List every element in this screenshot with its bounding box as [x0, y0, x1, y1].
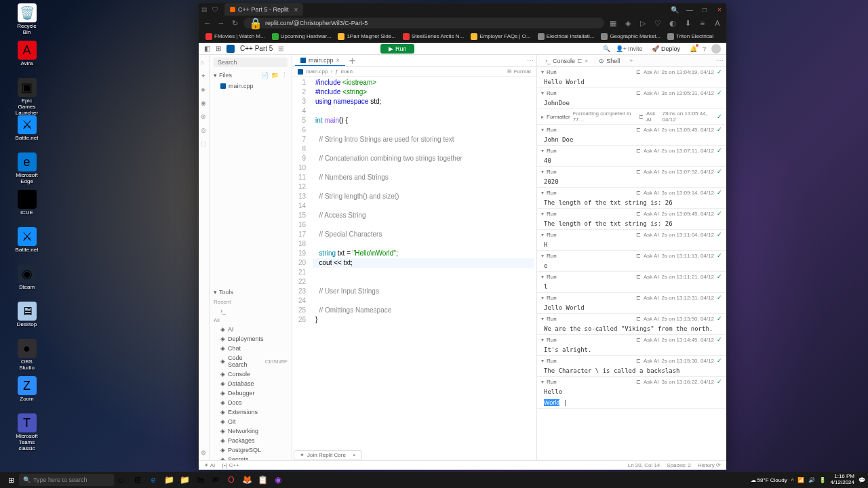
- ext-icon[interactable]: A: [713, 18, 722, 28]
- run-button[interactable]: ▶ Run: [380, 44, 415, 54]
- new-tab-button[interactable]: +: [625, 56, 637, 66]
- home-icon[interactable]: ⌂: [201, 59, 208, 66]
- store-icon[interactable]: 🛍: [193, 473, 208, 487]
- help-icon[interactable]: ?: [703, 45, 706, 52]
- ask-ai-button[interactable]: Ask AI: [644, 169, 659, 175]
- tool-item[interactable]: ◈Deployments: [210, 334, 292, 344]
- settings-icon[interactable]: ⚙: [201, 449, 208, 456]
- ask-ai-button[interactable]: Ask AI: [644, 274, 659, 280]
- chevron-down-icon[interactable]: ▾: [541, 90, 544, 96]
- console-tab[interactable]: ›_ Console ⊏ ×: [540, 56, 593, 66]
- breadcrumb[interactable]: main.cpp: [306, 68, 328, 75]
- expand-icon[interactable]: ⊏: [636, 69, 641, 75]
- menu-icon[interactable]: ≡: [698, 18, 707, 28]
- desktop-icon[interactable]: ◉Steam: [15, 264, 39, 300]
- close-tab-icon[interactable]: ×: [336, 57, 340, 64]
- lang-button[interactable]: {•} C++: [222, 462, 239, 468]
- panel-icon[interactable]: ⊞: [216, 45, 221, 52]
- close-icon[interactable]: ×: [715, 5, 724, 14]
- chevron-down-icon[interactable]: ▾: [541, 127, 544, 133]
- ask-ai-button[interactable]: Ask AI: [644, 253, 659, 259]
- more-icon[interactable]: ⋮: [281, 72, 288, 79]
- expand-icon[interactable]: ⊏: [636, 295, 641, 301]
- mail-icon[interactable]: ✉: [208, 473, 223, 487]
- tool-icon[interactable]: ⊕: [201, 113, 208, 120]
- bookmark-item[interactable]: Upcoming Hardwar...: [269, 32, 334, 41]
- expand-icon[interactable]: ⊏: [639, 114, 644, 120]
- clock-date[interactable]: 4/12/2024: [830, 480, 854, 486]
- taskbar-search[interactable]: 🔍 Type here to search: [19, 474, 114, 486]
- file-item-main[interactable]: main.cpp: [210, 81, 292, 92]
- start-button[interactable]: ⊞: [3, 473, 19, 487]
- deploy-button[interactable]: 🚀 Deploy: [648, 44, 684, 54]
- expand-icon[interactable]: ⊏: [636, 316, 641, 322]
- heart-icon[interactable]: ♡: [653, 18, 663, 28]
- search-input[interactable]: [214, 58, 288, 67]
- expand-icon[interactable]: ⊏: [636, 148, 641, 154]
- spaces-button[interactable]: Spaces: 2: [667, 462, 691, 468]
- chevron-right-icon[interactable]: ▸: [541, 114, 544, 120]
- desktop-icon[interactable]: AAvira: [15, 41, 39, 76]
- desktop-icon[interactable]: ZZoom: [15, 376, 39, 411]
- bookmark-item[interactable]: Geographic Market...: [598, 32, 663, 41]
- chevron-down-icon[interactable]: ▾: [541, 295, 544, 301]
- files-header[interactable]: ▾ Files 📄 📁 ⋮: [210, 70, 292, 81]
- history-button[interactable]: History ⟳: [698, 462, 721, 468]
- cortana-icon[interactable]: ○: [114, 474, 127, 486]
- app-icon[interactable]: 📋: [255, 473, 270, 487]
- desktop-icon[interactable]: ▣Epic Games Launcher: [15, 78, 39, 113]
- ext-icon[interactable]: ▷: [638, 18, 648, 28]
- ask-ai-button[interactable]: Ask AI: [644, 190, 659, 196]
- close-tab-icon[interactable]: ×: [585, 58, 588, 64]
- desktop-icon[interactable]: ⚔Battle.net: [15, 227, 39, 262]
- tool-item[interactable]: ◈Console: [210, 369, 292, 379]
- task-view-icon[interactable]: ⊞: [130, 473, 145, 487]
- expand-icon[interactable]: ⊏: [636, 169, 641, 175]
- expand-icon[interactable]: ⊏: [636, 90, 641, 96]
- breadcrumb[interactable]: main: [341, 68, 353, 75]
- ask-ai-button[interactable]: Ask AI: [644, 337, 659, 343]
- browser-tab[interactable]: C++ Part 5 - Replit ×: [224, 3, 303, 16]
- bookmark-item[interactable]: Employer FAQs | O...: [468, 32, 533, 41]
- minimize-icon[interactable]: —: [686, 5, 694, 14]
- pin-icon[interactable]: ⊏: [577, 58, 583, 64]
- new-tab-button[interactable]: +: [345, 55, 359, 68]
- new-folder-icon[interactable]: 📁: [271, 72, 279, 79]
- ask-ai-button[interactable]: Ask AI: [646, 110, 660, 123]
- bookmark-item[interactable]: Electrical Installati...: [535, 32, 597, 41]
- desktop-icon[interactable]: ◉iCUE: [15, 190, 39, 225]
- back-icon[interactable]: ←: [203, 18, 212, 28]
- tray-icon[interactable]: 🔊: [808, 477, 815, 483]
- edge-icon[interactable]: e: [146, 473, 161, 487]
- chevron-down-icon[interactable]: ▾: [541, 148, 544, 154]
- chevron-down-icon[interactable]: ▾: [541, 232, 544, 238]
- expand-icon[interactable]: ⊏: [636, 358, 641, 364]
- chevron-down-icon[interactable]: ▾: [541, 316, 544, 322]
- ask-ai-button[interactable]: Ask AI: [644, 379, 659, 385]
- chevron-down-icon[interactable]: ▾: [541, 274, 544, 280]
- ask-ai-button[interactable]: Ask AI: [644, 316, 659, 322]
- new-tab-icon[interactable]: ⊞: [278, 45, 283, 52]
- shield-icon[interactable]: 🛡: [212, 6, 219, 13]
- ask-ai-button[interactable]: Ask AI: [644, 148, 659, 154]
- tool-icon[interactable]: ◈: [201, 86, 208, 93]
- expand-icon[interactable]: ⊏: [636, 211, 641, 217]
- join-replit-core[interactable]: ✦ Join Replit Core ×: [294, 450, 362, 460]
- firefox-icon[interactable]: 🦊: [239, 473, 254, 487]
- ext-icon[interactable]: ◈: [623, 18, 633, 28]
- tool-item[interactable]: ◈Code SearchCtrlShiftF: [210, 353, 292, 369]
- chevron-down-icon[interactable]: ▾: [541, 190, 544, 196]
- tool-item[interactable]: ◈Networking: [210, 426, 292, 436]
- app-icon[interactable]: ◉: [271, 473, 285, 487]
- avatar[interactable]: [711, 44, 721, 54]
- explorer-icon[interactable]: 📁: [177, 473, 192, 487]
- notifications-icon[interactable]: 💬: [859, 477, 865, 483]
- search-icon[interactable]: 🔍: [603, 45, 610, 52]
- bell-icon[interactable]: 🔔: [690, 45, 697, 52]
- expand-icon[interactable]: ⊏: [636, 190, 641, 196]
- ask-ai-button[interactable]: Ask AI: [644, 69, 659, 75]
- desktop-icon[interactable]: ●OBS Studio: [15, 339, 39, 374]
- tools-header[interactable]: ▾ Tools: [210, 287, 292, 298]
- expand-icon[interactable]: ⊏: [636, 232, 641, 238]
- tool-item[interactable]: ◈Chat: [210, 344, 292, 353]
